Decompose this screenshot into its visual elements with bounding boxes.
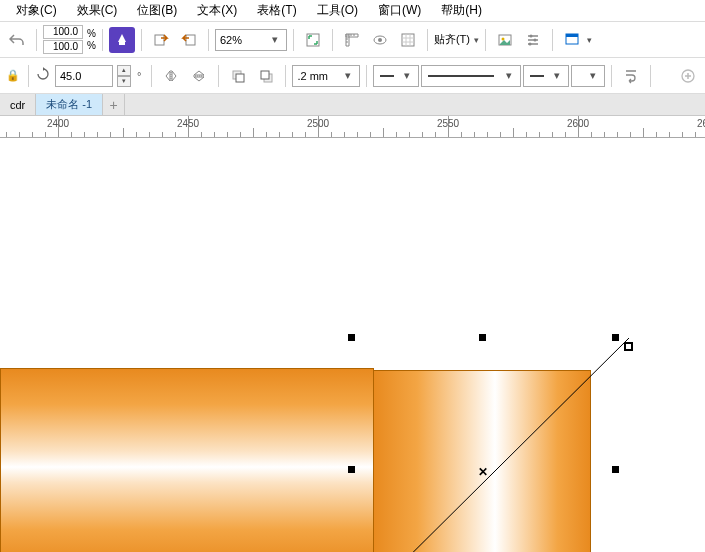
options-icon[interactable] <box>520 27 546 53</box>
chevron-down-icon: ▾ <box>586 69 600 82</box>
mirror-h-icon[interactable] <box>158 63 184 89</box>
svg-rect-0 <box>119 42 125 45</box>
snap-label[interactable]: 贴齐(T) <box>434 32 472 47</box>
chevron-down-icon: ▾ <box>550 69 564 82</box>
svg-point-5 <box>378 38 382 42</box>
line-start-dropdown[interactable]: ▾ <box>373 65 419 87</box>
import-icon[interactable] <box>148 27 174 53</box>
chevron-down-icon: ▾ <box>502 69 516 82</box>
fullscreen-icon[interactable] <box>300 27 326 53</box>
outline-width-value: .2 mm <box>297 70 328 82</box>
selection-handle[interactable] <box>348 466 355 473</box>
chevron-down-icon: ▾ <box>268 33 282 46</box>
rulers-icon[interactable] <box>339 27 365 53</box>
svg-point-9 <box>529 34 532 37</box>
wrap-icon[interactable] <box>618 63 644 89</box>
menu-help[interactable]: 帮助(H) <box>431 0 492 21</box>
grid-icon[interactable] <box>395 27 421 53</box>
outline-width-dropdown[interactable]: .2 mm ▾ <box>292 65 360 87</box>
unit-label: % % <box>85 28 96 52</box>
menu-table[interactable]: 表格(T) <box>247 0 306 21</box>
selection-handle[interactable] <box>348 334 355 341</box>
rotation-group: 45.0 ▴▾ <box>35 65 131 87</box>
menubar: 对象(C) 效果(C) 位图(B) 文本(X) 表格(T) 工具(O) 窗口(W… <box>0 0 705 22</box>
to-back-icon[interactable] <box>253 63 279 89</box>
undo-button[interactable] <box>4 27 30 53</box>
svg-rect-1 <box>155 35 164 45</box>
ruler-label: 2600 <box>567 118 589 129</box>
canvas[interactable]: ✕ <box>0 138 705 552</box>
menu-text[interactable]: 文本(X) <box>187 0 247 21</box>
tab-add[interactable]: + <box>103 94 125 115</box>
ruler-label: 2500 <box>307 118 329 129</box>
menu-window[interactable]: 窗口(W) <box>368 0 431 21</box>
picture-icon[interactable] <box>492 27 518 53</box>
chevron-down-icon: ▾ <box>400 69 414 82</box>
tab-cdr[interactable]: cdr <box>0 94 36 115</box>
svg-rect-2 <box>186 35 195 45</box>
ruler-label: 2650 <box>697 118 705 129</box>
ruler-label: 2400 <box>47 118 69 129</box>
scale-stack: 100.0 100.0 <box>43 25 83 54</box>
add-icon[interactable] <box>675 63 701 89</box>
degree-icon: ° <box>133 70 145 82</box>
svg-rect-13 <box>566 34 578 37</box>
to-front-icon[interactable] <box>225 63 251 89</box>
ruler-label: 2550 <box>437 118 459 129</box>
selection-handle[interactable] <box>612 466 619 473</box>
chevron-down-icon: ▾ <box>341 69 355 82</box>
chevron-down-icon: ▾ <box>474 35 479 45</box>
menu-object[interactable]: 对象(C) <box>6 0 67 21</box>
scale-x-input[interactable]: 100.0 <box>43 25 83 39</box>
center-mark[interactable]: ✕ <box>478 465 488 479</box>
toolbar-2: 🔒 45.0 ▴▾ ° .2 mm ▾ ▾ ▾ ▾ ▾ <box>0 58 705 94</box>
selection-handle[interactable] <box>479 334 486 341</box>
zoom-value: 62% <box>220 34 242 46</box>
tab-untitled[interactable]: 未命名 -1 <box>36 94 103 115</box>
menu-bitmap[interactable]: 位图(B) <box>127 0 187 21</box>
svg-rect-15 <box>236 74 244 82</box>
svg-rect-6 <box>402 34 414 46</box>
line-style-dropdown[interactable]: ▾ <box>421 65 521 87</box>
rotation-icon <box>35 66 51 85</box>
shape-vertical-bar[interactable] <box>373 370 591 552</box>
gradient-handle-end[interactable] <box>624 342 633 351</box>
preview-icon[interactable] <box>367 27 393 53</box>
menu-effect[interactable]: 效果(C) <box>67 0 128 21</box>
app-launcher-icon[interactable] <box>559 27 585 53</box>
arrow-dropdown[interactable]: ▾ <box>571 65 605 87</box>
export-icon[interactable] <box>176 27 202 53</box>
document-tabs: cdr 未命名 -1 + <box>0 94 705 116</box>
svg-rect-3 <box>307 34 319 46</box>
line-end-dropdown[interactable]: ▾ <box>523 65 569 87</box>
menu-tools[interactable]: 工具(O) <box>307 0 368 21</box>
mirror-v-icon[interactable] <box>186 63 212 89</box>
chevron-down-icon: ▾ <box>587 35 592 45</box>
ruler-horizontal[interactable]: 240024502500255026002650 <box>0 116 705 138</box>
svg-point-11 <box>528 42 531 45</box>
svg-point-10 <box>533 38 536 41</box>
shape-horizontal-bar[interactable] <box>0 368 374 552</box>
rotation-input[interactable]: 45.0 <box>55 65 113 87</box>
ruler-label: 2450 <box>177 118 199 129</box>
launch-icon[interactable] <box>109 27 135 53</box>
scale-y-input[interactable]: 100.0 <box>43 40 83 54</box>
lock-icon[interactable]: 🔒 <box>4 69 22 82</box>
toolbar-1: 100.0 100.0 % % 62% ▾ 贴齐(T) ▾ <box>0 22 705 58</box>
svg-rect-17 <box>261 71 269 79</box>
rotation-spinner[interactable]: ▴▾ <box>117 65 131 87</box>
zoom-dropdown[interactable]: 62% ▾ <box>215 29 287 51</box>
selection-handle[interactable] <box>612 334 619 341</box>
